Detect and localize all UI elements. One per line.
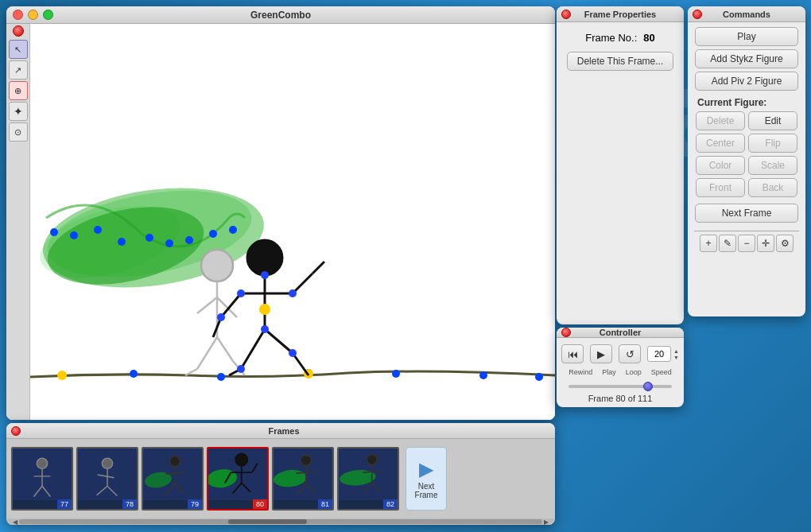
add-icon-button[interactable]: + xyxy=(700,235,717,252)
scrollbar-track[interactable] xyxy=(19,519,542,524)
controller-title: Controller xyxy=(557,328,684,337)
center-flip-row: Center Flip xyxy=(696,134,797,153)
controller-titlebar: Controller xyxy=(557,328,684,338)
svg-point-43 xyxy=(289,289,297,297)
frame-77[interactable]: 77 xyxy=(11,447,73,511)
toolbar-red-dot[interactable] xyxy=(13,25,24,37)
slider-thumb[interactable] xyxy=(643,382,653,391)
svg-point-30 xyxy=(247,240,282,275)
svg-point-20 xyxy=(57,371,67,380)
select-tool[interactable]: ↖ xyxy=(9,40,28,59)
remove-icon-button[interactable]: − xyxy=(738,235,755,252)
svg-point-49 xyxy=(37,458,47,468)
svg-point-41 xyxy=(261,271,269,279)
add-piv2-button[interactable]: Add Piv 2 Figure xyxy=(695,72,798,91)
window-controls xyxy=(13,10,53,20)
target-tool[interactable]: ⊕ xyxy=(9,81,28,100)
minimize-button[interactable] xyxy=(28,10,38,20)
back-button[interactable]: Back xyxy=(748,178,797,197)
svg-point-11 xyxy=(209,230,217,238)
commands-bottom-bar: + ✎ − ✛ ⚙ xyxy=(694,231,799,255)
play-button[interactable]: Play xyxy=(695,27,798,46)
svg-line-36 xyxy=(312,262,324,274)
controller-window: Controller ⏮ ▶ ↺ ▲ ▼ Rewind Play Loop Sp… xyxy=(557,328,684,407)
drawing-area[interactable] xyxy=(30,24,555,420)
svg-line-35 xyxy=(293,274,312,293)
speed-input[interactable] xyxy=(647,346,671,362)
frame-79[interactable]: 79 xyxy=(142,447,204,511)
frame-props-titlebar: Frame Properties xyxy=(557,6,684,22)
loop-button[interactable]: ↺ xyxy=(619,344,641,363)
svg-point-18 xyxy=(479,371,487,379)
svg-point-54 xyxy=(102,458,112,468)
scale-button[interactable]: Scale xyxy=(748,156,797,175)
frames-titlebar: Frames xyxy=(6,423,555,439)
flip-button[interactable]: Flip xyxy=(748,134,797,153)
loop-label: Loop xyxy=(626,368,642,376)
svg-line-26 xyxy=(197,337,217,369)
play-ctrl-button[interactable]: ▶ xyxy=(590,344,612,363)
svg-point-47 xyxy=(289,349,297,357)
edit-figure-button[interactable]: Edit xyxy=(748,111,797,130)
scrollbar-thumb[interactable] xyxy=(228,519,307,524)
current-figure-label: Current Figure: xyxy=(697,97,766,108)
scroll-left[interactable]: ◀ xyxy=(11,518,19,526)
crosshair-icon-button[interactable]: ✛ xyxy=(757,235,774,252)
center-button[interactable]: Center xyxy=(696,134,745,153)
delete-figure-button[interactable]: Delete xyxy=(696,111,745,130)
frame-77-badge: 77 xyxy=(57,499,72,509)
svg-line-84 xyxy=(372,482,380,491)
front-back-row: Front Back xyxy=(696,178,797,197)
frame-no-label: Frame No.: xyxy=(585,32,637,44)
svg-point-12 xyxy=(229,226,237,234)
controller-buttons: ⏮ ▶ ↺ ▲ ▼ xyxy=(561,344,679,363)
speed-down-arrow[interactable]: ▼ xyxy=(673,355,679,360)
frame-81[interactable]: 81 xyxy=(272,447,334,511)
delete-edit-row: Delete Edit xyxy=(696,111,797,130)
commands-window: Commands Play Add Stykz Figure Add Piv 2… xyxy=(688,6,805,316)
color-button[interactable]: Color xyxy=(696,156,745,175)
commands-content: Play Add Stykz Figure Add Piv 2 Figure C… xyxy=(688,22,805,260)
svg-line-37 xyxy=(241,329,265,369)
frame-78-badge: 78 xyxy=(122,499,137,509)
controller-red-dot[interactable] xyxy=(561,328,571,337)
add-node-tool[interactable]: ✦ xyxy=(9,102,28,121)
delete-frame-button[interactable]: Delete This Frame... xyxy=(567,52,673,71)
svg-line-52 xyxy=(34,486,42,496)
next-frame-button[interactable]: ▶ NextFrame xyxy=(406,447,447,511)
front-button[interactable]: Front xyxy=(696,178,745,197)
speed-up-arrow[interactable]: ▲ xyxy=(673,348,679,354)
next-frame-label: NextFrame xyxy=(415,482,438,499)
commands-titlebar: Commands xyxy=(688,6,805,22)
svg-line-62 xyxy=(165,472,184,474)
select-partial-tool[interactable]: ↗ xyxy=(9,60,28,80)
svg-point-22 xyxy=(201,250,233,282)
window-titlebar: GreenCombo xyxy=(6,6,555,24)
close-button[interactable] xyxy=(13,10,23,20)
svg-line-58 xyxy=(107,486,117,495)
maximize-button[interactable] xyxy=(43,10,53,20)
frame-78[interactable]: 78 xyxy=(76,447,138,511)
edit-icon-button[interactable]: ✎ xyxy=(719,235,736,252)
frame-no-value: 80 xyxy=(643,32,654,44)
svg-point-14 xyxy=(130,370,138,378)
speed-control: ▲ ▼ xyxy=(647,346,679,362)
gear-icon-button[interactable]: ⚙ xyxy=(776,235,794,252)
svg-line-72 xyxy=(242,483,250,491)
rewind-button[interactable]: ⏮ xyxy=(561,344,584,363)
svg-line-71 xyxy=(232,483,241,493)
svg-line-78 xyxy=(306,483,315,492)
frame-82[interactable]: 82 xyxy=(337,447,399,511)
canvas-area: ↖ ↗ ⊕ ✦ ⊙ xyxy=(6,24,555,420)
frame-props-red-dot[interactable] xyxy=(561,10,571,19)
frame-80[interactable]: 80 xyxy=(207,447,269,511)
frames-red-dot[interactable] xyxy=(11,426,21,436)
rotate-tool[interactable]: ⊙ xyxy=(9,122,28,142)
next-frame-cmd-button[interactable]: Next Frame xyxy=(695,204,798,223)
commands-red-dot[interactable] xyxy=(693,10,702,19)
add-stykz-button[interactable]: Add Stykz Figure xyxy=(695,49,798,68)
scroll-right[interactable]: ▶ xyxy=(542,518,550,526)
svg-point-46 xyxy=(237,365,245,373)
frame-slider[interactable] xyxy=(568,381,672,392)
svg-point-8 xyxy=(146,234,153,242)
